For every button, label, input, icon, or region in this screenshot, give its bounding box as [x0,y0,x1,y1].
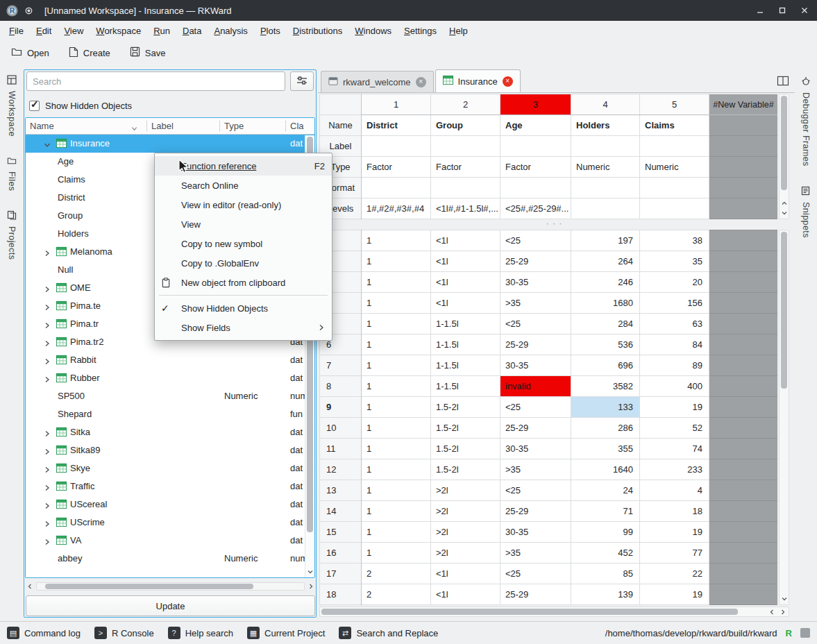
menu-file[interactable]: File [3,24,30,38]
data-cell[interactable]: 1.5-2l [431,459,500,480]
data-cell[interactable]: 246 [571,272,640,293]
data-cell[interactable]: 264 [571,251,640,272]
new-variable-cell[interactable] [709,480,778,501]
meta-cell[interactable]: Numeric [640,157,709,178]
tab-insurance[interactable]: Insurance× [435,69,521,92]
tree-item-sitka89[interactable]: Sitka89dat [26,441,314,459]
meta-cell[interactable]: Factor [362,157,431,178]
meta-cell[interactable] [362,178,431,198]
scroll-right-icon[interactable] [777,607,788,616]
data-cell[interactable]: 25-29 [500,584,571,605]
new-variable-cell[interactable] [709,459,778,480]
data-cell[interactable]: 19 [640,584,709,605]
data-cell[interactable]: 1 [362,439,431,459]
data-cell[interactable]: >35 [500,293,571,314]
tree-item-rabbit[interactable]: Rabbitdat [26,351,314,369]
row-header-14[interactable]: 14 [320,501,362,522]
data-cell[interactable]: 696 [571,355,640,376]
menu-edit[interactable]: Edit [30,24,58,38]
data-cell[interactable]: >2l [431,480,500,501]
data-cell[interactable]: 84 [640,334,709,355]
data-cell[interactable]: >35 [500,459,571,480]
meta-cell[interactable]: <1l#,#1-1.5l#,... [431,198,500,219]
scroll-down-icon[interactable] [780,208,789,218]
tree-item-skye[interactable]: Skyedat [26,459,314,477]
data-cell[interactable]: 89 [640,355,709,376]
data-cell[interactable]: <25 [500,480,571,501]
data-cell[interactable]: 20 [640,272,709,293]
data-cell[interactable]: 2 [362,584,431,605]
meta-cell[interactable] [500,178,571,198]
editor-horizontal-scrollbar[interactable] [319,607,789,617]
data-cell[interactable]: 30-35 [500,522,571,543]
tree-item-rubber[interactable]: Rubberdat [26,369,314,387]
column-header-1[interactable]: 1 [362,94,431,115]
data-cell[interactable]: 1 [362,501,431,522]
scroll-left-icon[interactable] [766,607,777,616]
expand-icon[interactable] [44,303,51,313]
menu-settings[interactable]: Settings [398,24,443,38]
menu-item-copy-to-new-symbol[interactable]: Copy to new symbol [155,234,332,253]
show-hidden-checkbox[interactable]: ✓ [29,101,40,111]
scroll-up-icon[interactable] [780,198,789,208]
new-variable-cell[interactable] [709,376,778,397]
data-cell[interactable]: <1l [431,584,500,605]
data-cell[interactable]: 286 [571,418,640,439]
tree-item-sitka[interactable]: Sitkadat [26,423,314,441]
new-variable-cell[interactable] [709,136,778,157]
data-cell[interactable]: 22 [640,564,709,584]
tree-item-uscereal[interactable]: UScerealdat [26,495,314,514]
new-variable-cell[interactable] [709,293,778,314]
data-cell[interactable]: 1-1.5l [431,376,500,397]
menu-item-show-fields[interactable]: Show Fields [155,318,332,337]
data-cell[interactable]: >2l [431,543,500,564]
menu-item-view[interactable]: View [155,214,332,234]
meta-cell[interactable] [362,136,431,157]
data-cell[interactable]: 52 [640,418,709,439]
data-cell[interactable]: 30-35 [500,272,571,293]
row-header-13[interactable]: 13 [320,480,362,501]
data-cell[interactable]: 197 [571,230,640,251]
data-cell[interactable]: <25 [500,314,571,334]
data-cell[interactable]: 63 [640,314,709,334]
new-variable-cell[interactable] [709,314,778,334]
scroll-right-icon[interactable] [306,582,316,591]
data-cell[interactable]: 400 [640,376,709,397]
expand-icon[interactable] [44,447,51,457]
menu-item-new-object-from-clipboard[interactable]: New object from clipboard [155,273,332,292]
meta-cell[interactable]: Numeric [571,157,640,178]
new-variable-cell[interactable] [709,355,778,376]
meta-cell[interactable]: Claims [640,115,709,136]
meta-cell[interactable]: Factor [431,157,500,178]
meta-cell[interactable] [640,198,709,219]
data-cell[interactable]: 1 [362,334,431,355]
tab-close-icon[interactable]: × [503,76,513,87]
tree-column-type[interactable]: Type [224,121,244,131]
data-cell[interactable]: 1 [362,293,431,314]
new-variable-cell[interactable] [709,272,778,293]
save-button[interactable]: Save [130,46,166,59]
data-cell[interactable]: 1 [362,230,431,251]
data-cell[interactable]: 536 [571,334,640,355]
new-variable-cell[interactable] [709,564,778,584]
new-variable-cell[interactable] [709,522,778,543]
menu-windows[interactable]: Windows [348,24,398,38]
data-cell[interactable]: 1640 [571,459,640,480]
data-cell[interactable]: <1l [431,564,500,584]
dock-tab-projects[interactable]: Projects [0,210,23,260]
filter-options-button[interactable] [290,71,314,91]
data-cell[interactable]: 24 [571,480,640,501]
data-cell[interactable]: <1l [431,230,500,251]
data-cell[interactable]: 1-1.5l [431,355,500,376]
new-variable-cell[interactable] [709,198,778,219]
meta-cell[interactable] [571,178,640,198]
menu-item-show-hidden-objects[interactable]: ✓Show Hidden Objects [155,298,332,318]
data-cell[interactable]: 1 [362,522,431,543]
data-cell[interactable]: 1-1.5l [431,334,500,355]
tree-item-insurance[interactable]: Insurancedat [26,135,314,153]
dock-tab-workspace[interactable]: Workspace [0,75,23,137]
close-button[interactable] [798,3,811,17]
row-header-17[interactable]: 17 [320,564,362,584]
status-button-search-and-replace[interactable]: ⇄Search and Replace [339,627,438,639]
data-cell[interactable]: 35 [640,251,709,272]
